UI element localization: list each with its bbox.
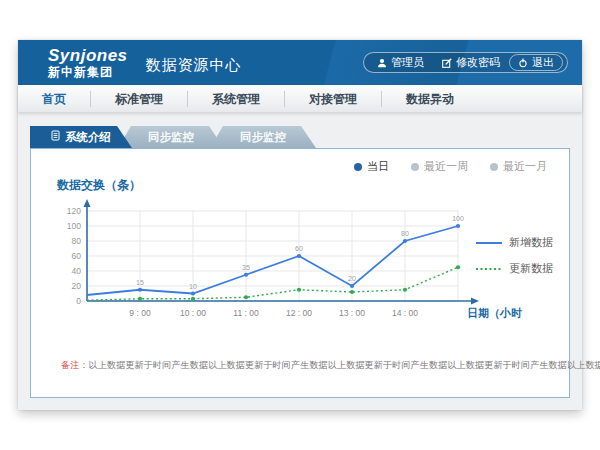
logout-button[interactable]: 退出 [509, 54, 563, 71]
dotted-line-swatch [476, 265, 502, 273]
svg-text:14 : 00: 14 : 00 [392, 308, 418, 318]
page-title: 数据资源中心 [146, 56, 242, 75]
user-icon [377, 58, 387, 68]
filter-last-week-label: 最近一周 [424, 159, 468, 174]
filter-last-week[interactable]: 最近一周 [411, 158, 468, 175]
nav-item-data-change[interactable]: 数据异动 [382, 91, 478, 107]
svg-text:15: 15 [136, 279, 144, 286]
change-password-label: 修改密码 [456, 55, 500, 70]
radio-icon [490, 163, 498, 171]
filter-last-month[interactable]: 最近一月 [490, 158, 547, 175]
brand-name: Synjones [48, 47, 128, 64]
content-panel: 当日 最近一周 最近一月 数据交换（条） 0204060801001209 : … [30, 148, 570, 398]
nav-item-standard-mgmt[interactable]: 标准管理 [91, 91, 188, 107]
svg-text:60: 60 [295, 245, 303, 252]
time-range-filters: 当日 最近一周 最近一月 [31, 149, 569, 175]
svg-text:10: 10 [189, 283, 197, 290]
chart-canvas: 0204060801001209 : 0010 : 0011 : 0012 : … [53, 195, 523, 327]
legend-item-update-data: 更新数据 [476, 261, 553, 276]
svg-text:80: 80 [401, 230, 409, 237]
svg-text:100: 100 [452, 215, 464, 222]
tab-sync-monitor-1-label: 同步监控 [148, 126, 194, 148]
tab-sync-monitor-2-label: 同步监控 [240, 126, 286, 148]
company-logo: Synjones 新中新集团 [48, 47, 128, 78]
document-icon [51, 126, 60, 148]
tab-bar: 系统介绍 同步监控 同步监控 [30, 126, 582, 148]
svg-text:35: 35 [242, 264, 250, 271]
chart-y-axis-title: 数据交换（条） [57, 177, 569, 195]
solid-line-swatch [476, 239, 502, 247]
svg-text:11 : 00: 11 : 00 [233, 308, 259, 318]
legend-update-data-label: 更新数据 [509, 261, 553, 276]
footnote: 备注：以上数据更新于时间产生数据以上数据更新于时间产生数据以上数据更新于时间产生… [61, 359, 569, 372]
main-nav: 首页 标准管理 系统管理 对接管理 数据异动 [18, 85, 582, 112]
edit-icon [442, 58, 452, 68]
admin-label: 管理员 [391, 55, 424, 70]
nav-item-interface-mgmt[interactable]: 对接管理 [285, 91, 382, 107]
svg-text:0: 0 [76, 296, 81, 306]
svg-text:80: 80 [72, 236, 82, 246]
app-window: Synjones 新中新集团 数据资源中心 管理员 修改密码 [18, 40, 582, 410]
filter-today-label: 当日 [367, 159, 389, 174]
company-name: 新中新集团 [48, 66, 128, 78]
svg-text:20: 20 [348, 275, 356, 282]
svg-text:20: 20 [72, 281, 82, 291]
svg-text:9 : 00: 9 : 00 [129, 308, 151, 318]
tab-system-intro[interactable]: 系统介绍 [30, 126, 132, 148]
logout-label: 退出 [532, 55, 554, 70]
nav-item-system-mgmt[interactable]: 系统管理 [188, 91, 285, 107]
chart-legend: 新增数据 更新数据 [476, 235, 553, 276]
tab-sync-monitor-1[interactable]: 同步监控 [118, 126, 224, 148]
svg-text:120: 120 [67, 206, 81, 216]
tab-sync-monitor-2[interactable]: 同步监控 [210, 126, 316, 148]
user-actions: 管理员 修改密码 退出 [363, 52, 568, 73]
screenshot-canvas: Synjones 新中新集团 数据资源中心 管理员 修改密码 [0, 0, 600, 450]
change-password-button[interactable]: 修改密码 [433, 55, 509, 70]
app-header: Synjones 新中新集团 数据资源中心 管理员 修改密码 [18, 40, 582, 85]
footnote-text: 以上数据更新于时间产生数据以上数据更新于时间产生数据以上数据更新于时间产生数据以… [89, 360, 600, 370]
svg-text:100: 100 [67, 221, 81, 231]
footnote-label: 备注： [61, 360, 89, 370]
admin-button[interactable]: 管理员 [368, 55, 433, 70]
svg-text:60: 60 [72, 251, 82, 261]
legend-new-data-label: 新增数据 [509, 235, 553, 250]
svg-text:13 : 00: 13 : 00 [339, 308, 365, 318]
radio-selected-icon [354, 163, 362, 171]
filter-last-month-label: 最近一月 [503, 159, 547, 174]
radio-icon [411, 163, 419, 171]
svg-text:12 : 00: 12 : 00 [286, 308, 312, 318]
logout-icon [518, 58, 528, 68]
legend-item-new-data: 新增数据 [476, 235, 553, 250]
nav-item-home[interactable]: 首页 [18, 91, 91, 107]
svg-text:10 : 00: 10 : 00 [180, 308, 206, 318]
filter-today[interactable]: 当日 [354, 158, 389, 175]
svg-text:40: 40 [72, 266, 82, 276]
tab-system-intro-label: 系统介绍 [65, 126, 111, 148]
svg-text:日期（小时）: 日期（小时） [467, 307, 523, 320]
